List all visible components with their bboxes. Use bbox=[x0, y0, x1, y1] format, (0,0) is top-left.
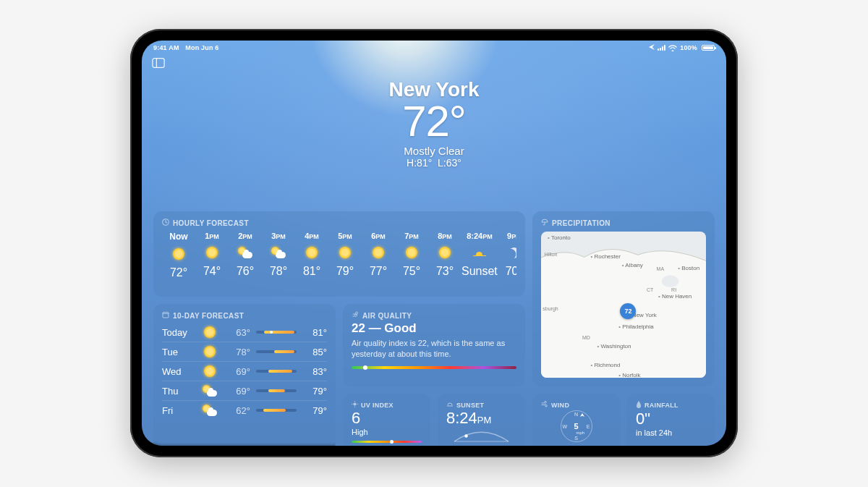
day-low: 69° bbox=[218, 366, 250, 377]
map-state-label: sburgh bbox=[542, 306, 558, 311]
tenday-forecast-card[interactable]: 10-Day Forecast Today63°81°Tue78°85°Wed6… bbox=[153, 304, 336, 446]
precipitation-card[interactable]: Precipitation • Toronto• Rochester• Alba… bbox=[532, 211, 715, 386]
sidebar-toggle-button[interactable] bbox=[150, 56, 166, 69]
hour-label: Now bbox=[169, 232, 187, 242]
svg-rect-0 bbox=[153, 59, 164, 68]
status-bar: 9:41 AM Mon Jun 6 100% bbox=[142, 41, 726, 54]
day-low: 78° bbox=[218, 347, 250, 357]
precipitation-map[interactable]: • Toronto• Rochester• Albany• Boston• Ne… bbox=[541, 232, 706, 378]
aq-spectrum bbox=[352, 366, 516, 369]
weather-icon bbox=[238, 246, 252, 259]
map-state-label: Hilton bbox=[545, 252, 558, 257]
hour-temp: 74° bbox=[203, 265, 221, 278]
map-city-label: • Richmond bbox=[590, 362, 620, 368]
day-label: Fri bbox=[162, 405, 201, 416]
tenday-title: 10-Day Forecast bbox=[173, 312, 244, 320]
hour-temp: 73° bbox=[436, 265, 454, 278]
air-quality-card[interactable]: Air Quality 22 — Good Air quality index … bbox=[343, 304, 525, 386]
weather-icon bbox=[439, 246, 451, 259]
aq-description: Air quality index is 22, which is the sa… bbox=[352, 338, 516, 359]
hourly-slot[interactable]: 3PM78° bbox=[262, 232, 295, 279]
day-row[interactable]: Today63°81° bbox=[162, 323, 327, 342]
hourly-slot[interactable]: 6PM77° bbox=[362, 232, 395, 279]
day-row[interactable]: Wed69°83° bbox=[162, 361, 327, 381]
toolbar bbox=[142, 54, 726, 72]
uv-spectrum bbox=[352, 441, 422, 443]
uv-index-card[interactable]: UV Index 6 High bbox=[343, 394, 430, 446]
day-label: Tue bbox=[162, 347, 201, 357]
day-high: 79° bbox=[302, 405, 327, 416]
hourly-slot[interactable]: 1PM74° bbox=[195, 232, 229, 279]
hourly-slot[interactable]: 5PM79° bbox=[328, 232, 362, 279]
weather-icon bbox=[406, 246, 417, 259]
sun-icon bbox=[352, 401, 358, 409]
hour-temp: Sunset bbox=[461, 265, 498, 278]
day-row[interactable]: Thu69°79° bbox=[162, 381, 327, 400]
weather-icon bbox=[206, 246, 218, 259]
day-row[interactable]: Fri62°79° bbox=[162, 400, 327, 420]
sunset-card[interactable]: Sunset 8:24PM bbox=[438, 394, 525, 446]
hourly-forecast-card[interactable]: Hourly Forecast Now72°1PM74°2PM76°3PM78°… bbox=[153, 211, 525, 297]
status-date: Mon Jun 6 bbox=[185, 44, 218, 51]
day-icon bbox=[201, 346, 218, 357]
hourly-slot[interactable]: 7PM75° bbox=[395, 232, 428, 279]
hour-label: 8PM bbox=[438, 232, 452, 240]
svg-point-5 bbox=[353, 402, 356, 405]
hourly-slot[interactable]: 8PM73° bbox=[428, 232, 461, 279]
cell-signal-icon bbox=[658, 45, 665, 51]
aqi-icon bbox=[352, 311, 359, 320]
map-city-label: • Washington bbox=[597, 343, 631, 350]
hour-temp: 78° bbox=[270, 265, 287, 278]
weather-icon bbox=[473, 246, 486, 259]
wind-icon bbox=[541, 401, 548, 409]
ipad-device-frame: 9:41 AM Mon Jun 6 100% New York 72° Most… bbox=[130, 29, 738, 457]
calendar-icon bbox=[162, 311, 169, 320]
day-low: 63° bbox=[218, 327, 250, 338]
current-condition: Mostly Clear bbox=[142, 145, 726, 157]
temp-range-bar bbox=[256, 350, 297, 353]
temp-range-bar bbox=[256, 409, 297, 412]
day-high: 85° bbox=[302, 347, 327, 357]
rainfall-card[interactable]: Rainfall 0" in last 24h bbox=[627, 394, 715, 446]
hourly-title: Hourly Forecast bbox=[173, 219, 249, 227]
map-city-label: • Toronto bbox=[548, 234, 571, 241]
weather-icon bbox=[271, 246, 286, 259]
hour-label: 1PM bbox=[205, 232, 219, 240]
map-state-label: CT bbox=[647, 287, 653, 292]
status-time: 9:41 AM bbox=[153, 44, 179, 51]
day-high: 79° bbox=[302, 386, 327, 397]
current-temperature: 72° bbox=[142, 100, 726, 143]
rain-label: in last 24h bbox=[636, 428, 706, 437]
map-city-label: • Norfolk bbox=[618, 372, 640, 378]
weather-icon bbox=[173, 247, 184, 261]
day-label: Today bbox=[162, 327, 201, 338]
hourly-slot[interactable]: 4PM81° bbox=[295, 232, 328, 279]
hourly-slot[interactable]: 2PM76° bbox=[229, 232, 262, 279]
hour-label: 5PM bbox=[338, 232, 352, 240]
hourly-slot[interactable]: Now72° bbox=[162, 232, 195, 279]
hourly-slot[interactable]: 8:24PMSunset bbox=[461, 232, 498, 279]
svg-point-11 bbox=[464, 434, 468, 438]
raindrop-icon bbox=[636, 401, 642, 410]
wind-compass: NSEW 5mph bbox=[561, 410, 592, 442]
day-low: 62° bbox=[218, 405, 250, 416]
hour-temp: 75° bbox=[403, 265, 420, 278]
rain-value: 0" bbox=[636, 410, 706, 428]
hour-temp: 76° bbox=[237, 265, 254, 278]
sunset-arc bbox=[446, 431, 516, 444]
day-high: 83° bbox=[302, 366, 327, 377]
hour-label: 2PM bbox=[238, 232, 252, 240]
hour-label: 4PM bbox=[305, 232, 319, 240]
day-row[interactable]: Tue78°85° bbox=[162, 342, 327, 361]
temp-range-bar bbox=[256, 389, 297, 392]
map-city-label: • New Haven bbox=[658, 293, 692, 300]
hour-temp: 77° bbox=[370, 265, 387, 278]
day-low: 69° bbox=[218, 386, 250, 397]
wind-card[interactable]: Wind NSEW 5mph bbox=[532, 394, 620, 446]
map-state-label: RI bbox=[671, 287, 676, 292]
sunset-time: 8:24PM bbox=[446, 409, 516, 428]
hour-temp: 79° bbox=[336, 265, 354, 278]
hour-label: 3PM bbox=[271, 232, 286, 240]
map-state-label: MA bbox=[657, 266, 665, 271]
hourly-slot[interactable]: 9PM70° bbox=[498, 232, 516, 279]
